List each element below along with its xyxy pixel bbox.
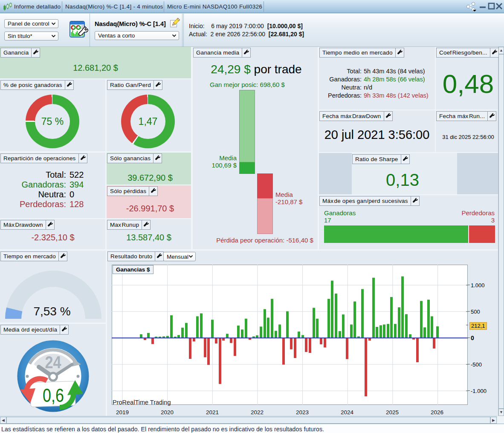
svg-text:24: 24 [45,353,62,372]
svg-text:0,6: 0,6 [43,385,64,406]
